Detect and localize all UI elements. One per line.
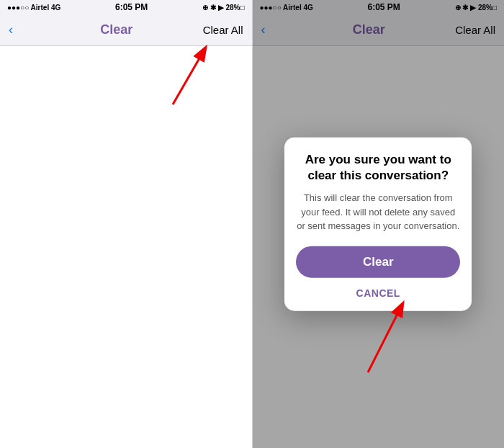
dialog-message: This will clear the conversation from yo… bbox=[296, 191, 460, 233]
left-carrier: ●●●○○ Airtel 4G bbox=[7, 4, 60, 12]
left-clear-all-button[interactable]: Clear All bbox=[203, 24, 243, 36]
left-back-button[interactable]: ‹ bbox=[9, 22, 30, 37]
dialog-clear-button[interactable]: Clear bbox=[296, 246, 460, 277]
right-phone-panel: ●●●○○ Airtel 4G 6:05 PM ⊕ ✱ ▶ 28%□ ‹ Cle… bbox=[253, 0, 505, 448]
left-status-icons: ⊕ ✱ ▶ 28%□ bbox=[202, 4, 244, 12]
dialog-cancel-button[interactable]: CANCEL bbox=[356, 287, 400, 298]
dialog-title: Are you sure you want to clear this conv… bbox=[296, 152, 460, 184]
left-nav-bar: ‹ Clear Clear All bbox=[0, 14, 252, 46]
left-status-bar: ●●●○○ Airtel 4G 6:05 PM ⊕ ✱ ▶ 28%□ bbox=[0, 0, 252, 14]
left-phone-panel: ●●●○○ Airtel 4G 6:05 PM ⊕ ✱ ▶ 28%□ ‹ Cle… bbox=[0, 0, 252, 448]
clear-conversation-dialog: Are you sure you want to clear this conv… bbox=[284, 138, 472, 311]
left-nav-title: Clear bbox=[100, 22, 132, 37]
left-conversation-list bbox=[0, 46, 252, 448]
left-time: 6:05 PM bbox=[115, 2, 148, 12]
